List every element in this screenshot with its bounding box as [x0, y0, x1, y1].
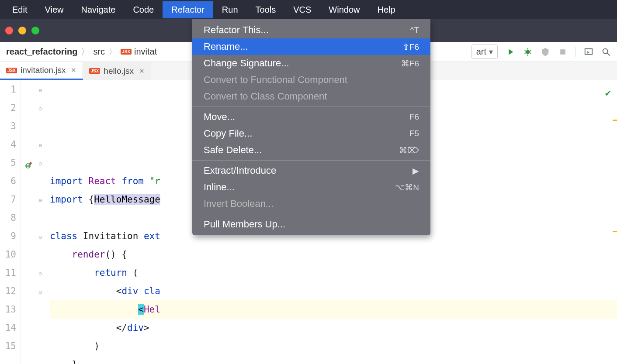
stop-button[interactable] — [558, 47, 568, 57]
svg-line-4 — [530, 50, 531, 51]
separator — [575, 47, 576, 57]
close-icon[interactable]: ✕ — [71, 66, 76, 74]
run-button[interactable] — [506, 47, 515, 57]
run-config-label: art — [476, 47, 486, 57]
tab-label: invitation.jsx — [21, 65, 66, 75]
fold-handle[interactable]: ⊖ — [38, 282, 47, 300]
line-number[interactable]: 10 — [0, 245, 16, 264]
menu-item-change-signature[interactable]: Change Signature...⌘F6 — [192, 55, 430, 72]
fold-handle — [38, 209, 47, 227]
line-number[interactable]: 12 — [0, 282, 16, 300]
warning-marker[interactable] — [613, 120, 617, 121]
menu-shortcut: F6 — [409, 112, 419, 122]
line-number[interactable]: 7 — [0, 190, 16, 209]
inspection-status-icon[interactable]: ✔ — [605, 84, 611, 102]
override-marker-icon[interactable]: I — [24, 157, 33, 166]
fold-handle — [38, 245, 47, 264]
traffic-lights — [5, 27, 39, 34]
menu-item-refactor-this[interactable]: Refactor This...^T — [192, 22, 430, 38]
run-config-selector[interactable]: art ▾ — [471, 45, 498, 59]
marker-gutter: I — [21, 80, 38, 364]
tab-label: hello.jsx — [104, 66, 134, 76]
menu-item-rename[interactable]: Rename...⇧F6 — [192, 38, 430, 55]
menu-item-label: Move... — [204, 111, 235, 123]
breadcrumb-file-label: invitat — [134, 47, 157, 57]
line-number[interactable]: 13 — [0, 300, 16, 319]
fold-handle[interactable]: ⊖ — [38, 135, 47, 154]
breadcrumb-file[interactable]: JSX invitat — [121, 47, 157, 57]
menu-item-move[interactable]: Move...F6 — [192, 109, 430, 125]
fold-minus-icon: ⊖ — [38, 106, 44, 111]
window-zoom-button[interactable] — [31, 27, 39, 34]
search-button[interactable] — [601, 47, 611, 57]
line-number[interactable]: 5 — [0, 154, 16, 172]
line-number[interactable]: 11 — [0, 264, 16, 282]
line-number[interactable]: 1 — [0, 80, 16, 99]
menubar: EditViewNavigateCodeRefactorRunToolsVCSW… — [0, 0, 617, 19]
fold-handle[interactable]: ⊖ — [38, 99, 47, 117]
line-number[interactable]: 15 — [0, 337, 16, 355]
menu-shortcut: ⌘F6 — [401, 58, 419, 69]
svg-line-3 — [525, 50, 526, 51]
fold-handle[interactable]: ⊖ — [38, 190, 47, 209]
debug-button[interactable] — [523, 47, 533, 57]
menu-tools[interactable]: Tools — [247, 1, 285, 18]
tab-hello-jsx[interactable]: JSXhello.jsx✕ — [83, 62, 151, 80]
fold-handle — [38, 300, 47, 319]
fold-handle[interactable]: ⊖ — [38, 264, 47, 282]
fold-handle — [38, 319, 47, 337]
menu-item-pull-members-up[interactable]: Pull Members Up... — [192, 216, 430, 233]
line-number[interactable]: 6 — [0, 172, 16, 190]
menu-item-inline[interactable]: Inline...⌥⌘N — [192, 179, 430, 196]
code-line[interactable]: <Hel — [50, 300, 617, 319]
fold-minus-icon: ⊖ — [38, 161, 44, 166]
fold-handle[interactable]: ⊖ — [38, 154, 47, 172]
menu-refactor[interactable]: Refactor — [163, 1, 213, 18]
close-icon[interactable]: ✕ — [139, 67, 145, 75]
menu-window[interactable]: Window — [320, 1, 368, 18]
menu-help[interactable]: Help — [368, 1, 404, 18]
menu-shortcut: ⌥⌘N — [395, 182, 419, 192]
code-line[interactable]: } — [50, 355, 617, 364]
fold-handle[interactable]: ⊖ — [38, 227, 47, 245]
menu-item-safe-delete[interactable]: Safe Delete...⌘⌦ — [192, 142, 430, 158]
fold-handle[interactable]: ⊖ — [38, 80, 47, 99]
code-line[interactable]: <div cla — [50, 282, 617, 300]
code-line[interactable]: ) — [50, 337, 617, 355]
warning-marker[interactable] — [613, 231, 617, 232]
menu-shortcut: ⇧F6 — [402, 42, 419, 52]
fold-minus-icon: ⊖ — [38, 143, 44, 148]
line-number[interactable]: 9 — [0, 227, 16, 245]
menu-item-label: Convert to Class Component — [204, 91, 327, 102]
breadcrumb-project[interactable]: react_refactoring — [6, 47, 77, 57]
svg-line-6 — [530, 52, 531, 53]
line-number[interactable]: 8 — [0, 209, 16, 227]
menu-vcs[interactable]: VCS — [284, 1, 320, 18]
menu-item-copy-file[interactable]: Copy File...F5 — [192, 125, 430, 142]
code-line[interactable]: </div> — [50, 319, 617, 337]
breadcrumb-folder[interactable]: src — [93, 47, 105, 57]
menu-navigate[interactable]: Navigate — [72, 1, 124, 18]
line-number[interactable]: 3 — [0, 117, 16, 135]
line-number[interactable]: 4 — [0, 135, 16, 154]
tab-invitation-jsx[interactable]: JSXinvitation.jsx✕ — [0, 62, 83, 80]
menu-item-label: Copy File... — [204, 128, 252, 139]
window-close-button[interactable] — [5, 27, 13, 34]
menu-run[interactable]: Run — [213, 1, 247, 18]
fold-handle — [38, 172, 47, 190]
menu-item-convert-to-class-component: Convert to Class Component — [192, 88, 430, 105]
fold-minus-icon: ⊖ — [38, 289, 44, 295]
window-minimize-button[interactable] — [18, 27, 26, 34]
line-number[interactable]: 2 — [0, 99, 16, 117]
menu-code[interactable]: Code — [124, 1, 163, 18]
toolbar-right: art ▾ — [471, 45, 611, 59]
coverage-window-button[interactable] — [584, 47, 593, 57]
code-line[interactable]: render() { — [50, 245, 617, 264]
menu-item-label: Safe Delete... — [204, 144, 262, 156]
menu-edit[interactable]: Edit — [3, 1, 36, 18]
menu-view[interactable]: View — [36, 1, 72, 18]
menu-item-extract-introduce[interactable]: Extract/Introduce▶ — [192, 162, 430, 179]
code-line[interactable]: return ( — [50, 264, 617, 282]
coverage-button[interactable] — [541, 47, 550, 57]
line-number[interactable]: 14 — [0, 319, 16, 337]
